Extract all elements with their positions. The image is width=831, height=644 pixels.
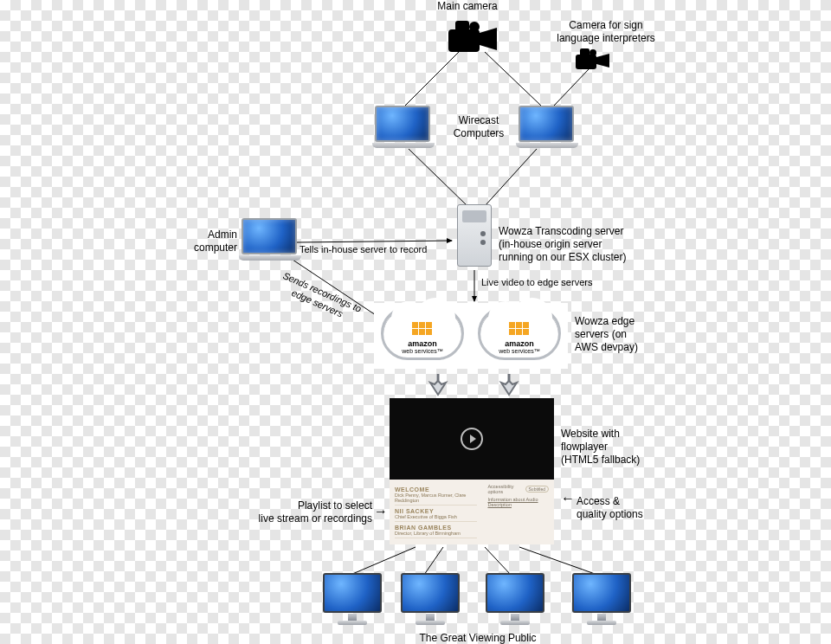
edge-servers-label: Wowza edge servers (on AWS devpay) [575, 315, 679, 354]
svg-line-5 [296, 241, 452, 242]
access-quality-label: Access & quality options [577, 495, 672, 521]
wowza-origin-label: Wowza Transcoding server (in-house origi… [499, 225, 663, 264]
playlist-item[interactable]: NII SACKEY Chief Executive of Bigga Fish [395, 508, 477, 522]
svg-line-9 [424, 547, 443, 575]
accessibility-label: Accessibility options [487, 484, 525, 494]
sign-camera-label: Camera for sign language interpreters [537, 19, 675, 45]
left-arrow-icon: ← [561, 492, 575, 506]
svg-rect-12 [448, 29, 480, 52]
svg-line-4 [485, 149, 537, 206]
wirecast-laptop-left-icon [372, 106, 433, 148]
public-monitor-icon [400, 573, 461, 625]
main-camera-label: Main camera [407, 0, 528, 13]
audio-description-link[interactable]: Information about Audio Description [487, 497, 549, 507]
public-monitor-icon [571, 573, 632, 625]
aws-cloud-icon: amazon web services™ [381, 306, 464, 360]
admin-label: Admin computer [164, 229, 237, 254]
sign-camera-icon [575, 48, 611, 74]
svg-rect-13 [455, 21, 469, 31]
svg-line-2 [554, 69, 589, 106]
down-arrow-icon [499, 372, 519, 396]
admin-laptop-icon [239, 218, 300, 261]
public-monitor-icon [322, 573, 383, 625]
subtitles-pill[interactable]: Subtitled [525, 486, 549, 493]
playlist-item[interactable]: BRIAN GAMBLES Director, Library of Birmi… [395, 525, 477, 538]
svg-line-10 [485, 547, 511, 575]
right-arrow-icon: → [374, 505, 388, 518]
website-mock: WELCOME Dick Penny, Marcus Romer, Clare … [390, 398, 554, 544]
svg-line-8 [351, 547, 416, 575]
options-column[interactable]: Accessibility options Subtitled Informat… [482, 480, 554, 544]
svg-line-0 [405, 52, 459, 106]
video-player[interactable] [390, 398, 554, 480]
main-camera-icon [447, 21, 499, 56]
svg-line-1 [485, 52, 541, 106]
playlist-annotation-label: Playlist to select live stream or record… [242, 499, 372, 525]
play-button-icon[interactable] [461, 428, 483, 450]
svg-point-14 [469, 22, 480, 32]
live-to-edge-label: Live video to edge servers [481, 277, 628, 289]
svg-rect-17 [580, 48, 589, 56]
wowza-origin-server-icon [457, 204, 492, 267]
svg-rect-16 [576, 55, 596, 69]
svg-marker-15 [480, 28, 497, 50]
svg-line-3 [409, 149, 467, 206]
playlist-column[interactable]: WELCOME Dick Penny, Marcus Romer, Clare … [390, 480, 482, 544]
svg-point-18 [589, 49, 596, 56]
svg-marker-19 [596, 54, 609, 68]
public-monitor-icon [485, 573, 545, 625]
wirecast-label: Wirecast Computers [440, 114, 518, 140]
aws-cloud-icon: amazon web services™ [478, 306, 561, 360]
website-label: Website with flowplayer (HTML5 fallback) [561, 428, 665, 467]
svg-line-11 [519, 547, 597, 575]
public-label: The Great Viewing Public [391, 632, 564, 644]
tells-record-label: Tells in-house server to record [300, 244, 473, 256]
playlist-item[interactable]: WELCOME Dick Penny, Marcus Romer, Clare … [395, 486, 477, 506]
wirecast-laptop-right-icon [516, 106, 577, 148]
down-arrow-icon [428, 372, 448, 396]
